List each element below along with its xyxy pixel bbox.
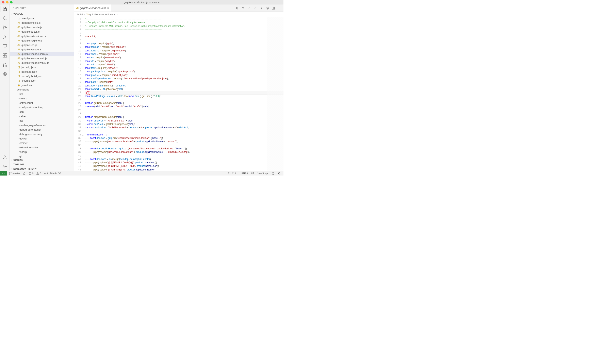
notebook-history-section[interactable]: › NOTEBOOK HISTORY	[10, 167, 74, 171]
source-control-icon[interactable]	[2, 25, 8, 30]
run-debug-icon[interactable]	[2, 34, 8, 40]
window-maximize[interactable]	[10, 1, 13, 3]
go-back-icon[interactable]	[247, 6, 251, 10]
file-package.json[interactable]: { }package.json	[10, 69, 74, 74]
problems-warnings[interactable]: 0	[36, 172, 41, 175]
folder-fsharp[interactable]: ›fsharp	[10, 150, 74, 154]
more-icon[interactable]: ⋯	[278, 6, 281, 10]
folder-docker[interactable]: ›docker	[10, 136, 74, 141]
outline-section[interactable]: › OUTLINE	[10, 158, 74, 162]
run-icon[interactable]	[266, 6, 269, 10]
svg-point-10	[3, 63, 4, 64]
folder-css[interactable]: ›css	[10, 118, 74, 123]
next-change-icon[interactable]	[259, 6, 263, 10]
github-pr-icon[interactable]	[2, 62, 8, 68]
file-tsconfig.build.json[interactable]: { }tsconfig.build.json	[10, 74, 74, 78]
folder-bat[interactable]: ›bat	[10, 92, 74, 96]
breadcrumbs[interactable]: build › JS gulpfile.vscode.linux.js › ..…	[74, 12, 284, 17]
git-sync[interactable]	[23, 172, 26, 175]
tab-gulpfile-linux[interactable]: JS gulpfile.vscode.linux.js ×	[74, 5, 111, 12]
compare-changes-icon[interactable]	[235, 6, 239, 10]
svg-point-12	[6, 65, 6, 67]
extensions-icon[interactable]	[2, 53, 8, 58]
sidebar-header: EXPLORER ⋯	[10, 5, 74, 12]
cursor-position[interactable]: Ln 22, Col 1	[225, 172, 238, 175]
code-editor[interactable]: 1234567891011121314151617181920212223242…	[74, 17, 284, 171]
split-editor-icon[interactable]	[272, 6, 275, 10]
chevron-right-icon: ›	[11, 158, 13, 161]
folder-css-language-features[interactable]: ›css-language-features	[10, 123, 74, 127]
breadcrumb-symbol[interactable]: ...	[119, 13, 121, 16]
tab-bar: JS gulpfile.vscode.linux.js × ⋯	[74, 5, 284, 12]
code-content[interactable]: /*--------------------------------------…	[85, 17, 284, 171]
svg-rect-6	[3, 54, 5, 55]
file-gulpfile.vscode.js[interactable]: JSgulpfile.vscode.js	[10, 47, 74, 52]
feedback-icon[interactable]	[272, 172, 275, 175]
folder-cpp[interactable]: ›cpp	[10, 110, 74, 114]
svg-rect-9	[5, 53, 7, 55]
folder-csharp[interactable]: ›csharp	[10, 114, 74, 118]
file-dependencies.js[interactable]: JSdependencies.js	[10, 20, 74, 25]
chevron-right-icon: ›	[84, 13, 85, 16]
explorer-more-icon[interactable]: ⋯	[67, 6, 71, 10]
file-gulpfile.editor.js[interactable]: JSgulpfile.editor.js	[10, 29, 74, 34]
encoding[interactable]: UTF-8	[241, 172, 248, 175]
js-file-icon: JS	[86, 13, 89, 16]
notifications-icon[interactable]	[278, 172, 281, 175]
svg-point-21	[9, 174, 10, 175]
window-minimize[interactable]	[6, 1, 8, 3]
titlebar: gulpfile.vscode.linux.js — vscode	[0, 0, 284, 5]
file-gulpfile.reh.js[interactable]: JSgulpfile.reh.js	[10, 43, 74, 47]
folder-debug-auto-launch[interactable]: ›debug-auto-launch	[10, 127, 74, 132]
readonly-icon[interactable]	[241, 6, 245, 10]
account-icon[interactable]	[2, 155, 8, 160]
svg-point-0	[3, 17, 6, 20]
workspace-header[interactable]: ⌄ VSCODE	[10, 12, 74, 16]
close-icon[interactable]: ×	[107, 6, 109, 10]
file-gulpfile.vscode.linux.js[interactable]: JSgulpfile.vscode.linux.js	[10, 52, 74, 56]
file-gulpfile.vscode.web.js[interactable]: JSgulpfile.vscode.web.js	[10, 56, 74, 60]
svg-point-24	[272, 172, 274, 175]
file-gulpfile.vscode.win32.js[interactable]: JSgulpfile.vscode.win32.js	[10, 60, 74, 65]
folder-emmet[interactable]: ›emmet	[10, 141, 74, 145]
sidebar: EXPLORER ⋯ ⌄ VSCODE ⬚.webignoreJSdepende…	[10, 5, 74, 171]
file-yarn.lock[interactable]: 🔒yarn.lock	[10, 83, 74, 87]
folder-git[interactable]: ›git	[10, 154, 74, 158]
folder-extensions[interactable]: ⌄extensions	[10, 87, 74, 92]
file-tsconfig.json[interactable]: { }tsconfig.json	[10, 78, 74, 83]
svg-point-15	[4, 156, 6, 157]
language-mode[interactable]: JavaScript	[257, 172, 268, 175]
file-.webignore[interactable]: ⬚.webignore	[10, 16, 74, 20]
file-gulpfile.compile.js[interactable]: JSgulpfile.compile.js	[10, 25, 74, 29]
folder-clojure[interactable]: ›clojure	[10, 96, 74, 101]
folder-coffeescript[interactable]: ›coffeescript	[10, 101, 74, 105]
folder-configuration-editing[interactable]: ›configuration-editing	[10, 105, 74, 110]
eol[interactable]: LF	[251, 172, 254, 175]
target-icon[interactable]	[2, 71, 8, 77]
line-gutter: 1234567891011121314151617181920212223242…	[74, 17, 85, 171]
gear-icon[interactable]	[2, 164, 8, 169]
file-gulpfile.hygiene.js[interactable]: JSgulpfile.hygiene.js	[10, 38, 74, 43]
file-jsconfig.json[interactable]: { }jsconfig.json	[10, 65, 74, 69]
auto-attach[interactable]: Auto Attach: Off	[44, 172, 61, 175]
folder-extension-editing[interactable]: ›extension-editing	[10, 145, 74, 150]
breadcrumb-build[interactable]: build	[77, 13, 83, 16]
folder-debug-server-ready[interactable]: ›debug-server-ready	[10, 132, 74, 136]
svg-point-14	[4, 73, 6, 75]
remote-explorer-icon[interactable]	[2, 43, 8, 49]
remote-indicator[interactable]	[0, 171, 7, 176]
minimap[interactable]	[267, 17, 284, 171]
window-close[interactable]	[2, 1, 5, 3]
explorer-icon[interactable]	[2, 6, 8, 12]
problems-errors[interactable]: 0	[29, 172, 34, 175]
timeline-section[interactable]: › TIMELINE	[10, 162, 74, 167]
search-icon[interactable]	[2, 15, 8, 21]
file-tree[interactable]: ⬚.webignoreJSdependencies.jsJSgulpfile.c…	[10, 16, 74, 158]
breadcrumb-file[interactable]: JS gulpfile.vscode.linux.js	[86, 13, 116, 16]
js-file-icon: JS	[76, 7, 78, 9]
traffic-lights	[0, 1, 13, 3]
svg-point-2	[3, 28, 4, 29]
prev-change-icon[interactable]	[253, 6, 257, 10]
file-gulpfile.extensions.js[interactable]: JSgulpfile.extensions.js	[10, 34, 74, 38]
git-branch[interactable]: master	[9, 172, 20, 175]
